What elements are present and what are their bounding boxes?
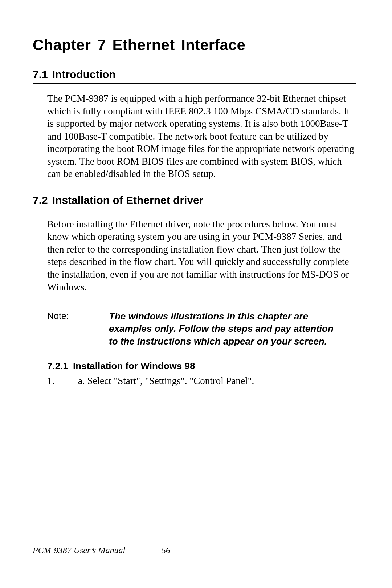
chapter-title: Chapter 7 Ethernet Interface bbox=[33, 36, 356, 54]
spacer bbox=[33, 180, 356, 194]
chapter-number: 7 bbox=[97, 36, 106, 53]
section-title: Installation of Ethernet driver bbox=[52, 194, 204, 206]
step-text: a. Select "Start", "Settings". "Control … bbox=[78, 375, 254, 387]
note-block: Note: The windows illustrations in this … bbox=[47, 310, 356, 347]
section-7-2-body: Before installing the Ethernet driver, n… bbox=[47, 218, 356, 293]
section-heading-7-1: 7.1Introduction bbox=[33, 68, 356, 84]
section-title: Introduction bbox=[52, 68, 116, 80]
chapter-name: Ethernet Interface bbox=[112, 36, 245, 53]
note-label: Note: bbox=[47, 310, 109, 347]
footer-page-number: 56 bbox=[162, 545, 170, 555]
step-row-1: 1. a. Select "Start", "Settings". "Contr… bbox=[47, 375, 356, 387]
section-7-1-body: The PCM-9387 is equipped with a high per… bbox=[47, 92, 356, 180]
chapter-label: Chapter bbox=[33, 36, 91, 53]
step-number: 1. bbox=[47, 375, 78, 387]
note-text: The windows illustrations in this chapte… bbox=[109, 310, 341, 347]
section-number: 7.1 bbox=[33, 68, 48, 80]
subsection-number: 7.2.1 bbox=[47, 361, 68, 371]
footer-manual-title: PCM-9387 User’s Manual bbox=[33, 545, 162, 555]
page-footer: PCM-9387 User’s Manual 56 bbox=[33, 545, 170, 555]
document-page: Chapter 7 Ethernet Interface 7.1Introduc… bbox=[0, 0, 392, 588]
subsection-heading-7-2-1: 7.2.1 Installation for Windows 98 bbox=[47, 361, 356, 372]
section-number: 7.2 bbox=[33, 194, 48, 206]
section-heading-7-2: 7.2Installation of Ethernet driver bbox=[33, 194, 356, 209]
subsection-title: Installation for Windows 98 bbox=[73, 361, 195, 371]
